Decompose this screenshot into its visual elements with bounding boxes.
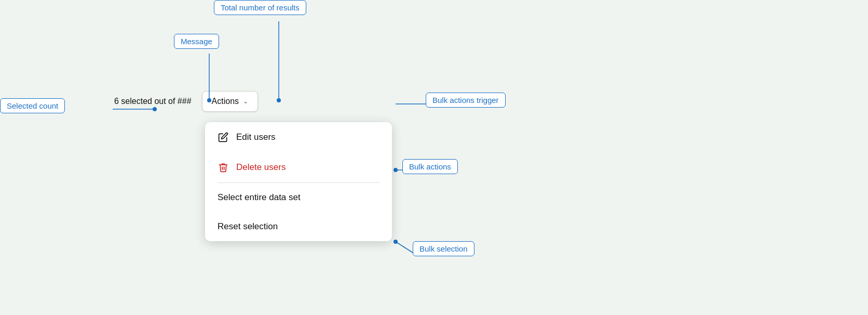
total-number-of-results-label: Total number of results — [214, 0, 306, 15]
selected-count-text: 6 selected out of ### — [114, 97, 192, 106]
actions-button-label: Actions — [212, 97, 239, 106]
actions-dropdown-menu: Edit users Delete users Select entire da… — [205, 122, 392, 241]
bulk-actions-label: Bulk actions — [402, 159, 458, 174]
bulk-selection-label: Bulk selection — [413, 241, 474, 256]
chevron-down-icon: ⌄ — [243, 98, 248, 105]
svg-line-9 — [396, 242, 413, 253]
bulk-actions-trigger-label: Bulk actions trigger — [426, 93, 506, 108]
select-entire-dataset-menu-item[interactable]: Select entire data set — [205, 183, 392, 212]
svg-point-1 — [277, 98, 281, 102]
edit-users-label: Edit users — [236, 132, 276, 142]
trash-icon — [218, 162, 229, 173]
svg-point-10 — [394, 240, 398, 244]
edit-users-menu-item[interactable]: Edit users — [205, 122, 392, 152]
delete-users-label: Delete users — [236, 162, 286, 173]
selected-count-label: Selected count — [0, 98, 65, 113]
delete-users-menu-item[interactable]: Delete users — [205, 152, 392, 182]
edit-icon — [218, 132, 229, 143]
main-bar: 6 selected out of ### Actions ⌄ — [114, 91, 258, 112]
message-label: Message — [174, 34, 219, 49]
reset-selection-label: Reset selection — [218, 221, 278, 232]
reset-selection-menu-item[interactable]: Reset selection — [205, 212, 392, 241]
actions-button[interactable]: Actions ⌄ — [202, 91, 258, 112]
select-entire-dataset-label: Select entire data set — [218, 192, 301, 203]
svg-point-8 — [394, 168, 398, 172]
